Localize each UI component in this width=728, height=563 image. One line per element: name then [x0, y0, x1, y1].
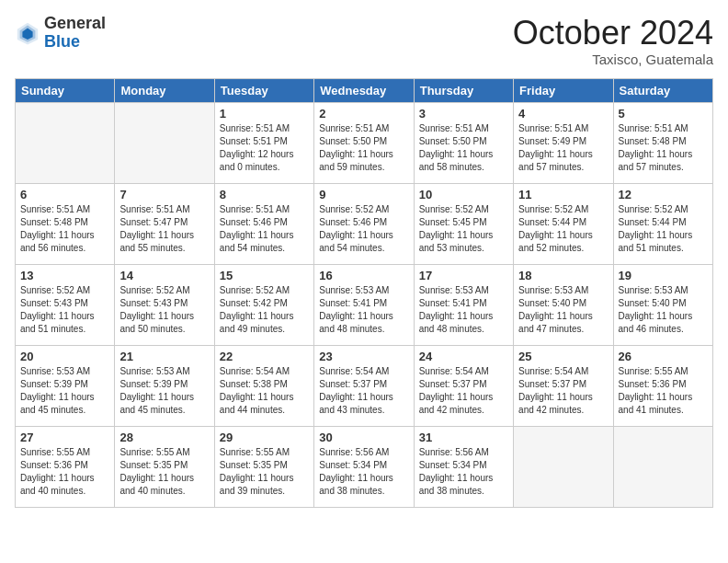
day-info: Sunrise: 5:52 AM Sunset: 5:44 PM Dayligh… [619, 203, 708, 255]
calendar-day-cell: 18Sunrise: 5:53 AM Sunset: 5:40 PM Dayli… [514, 264, 613, 345]
day-info: Sunrise: 5:51 AM Sunset: 5:50 PM Dayligh… [419, 122, 508, 174]
day-number: 28 [119, 431, 209, 444]
day-of-week-header: Thursday [414, 78, 513, 102]
day-info: Sunrise: 5:52 AM Sunset: 5:44 PM Dayligh… [518, 203, 608, 255]
logo-general: General [44, 15, 106, 33]
calendar-day-cell: 11Sunrise: 5:52 AM Sunset: 5:44 PM Dayli… [514, 183, 613, 264]
day-number: 10 [419, 188, 508, 201]
day-number: 25 [518, 350, 608, 363]
title-block: October 2024 Taxisco, Guatemala [513, 15, 713, 67]
calendar-week-row: 13Sunrise: 5:52 AM Sunset: 5:43 PM Dayli… [16, 264, 713, 345]
day-number: 9 [319, 188, 408, 201]
day-info: Sunrise: 5:53 AM Sunset: 5:41 PM Dayligh… [419, 284, 508, 336]
day-number: 12 [619, 188, 708, 201]
day-info: Sunrise: 5:51 AM Sunset: 5:51 PM Dayligh… [220, 122, 309, 174]
day-number: 2 [319, 107, 408, 121]
day-number: 16 [319, 269, 408, 282]
day-number: 3 [419, 107, 508, 121]
month-title: October 2024 [513, 15, 713, 52]
page-header: General Blue October 2024 Taxisco, Guate… [15, 15, 713, 67]
day-info: Sunrise: 5:54 AM Sunset: 5:37 PM Dayligh… [319, 365, 408, 417]
day-info: Sunrise: 5:51 AM Sunset: 5:48 PM Dayligh… [619, 122, 708, 174]
calendar-day-cell: 1Sunrise: 5:51 AM Sunset: 5:51 PM Daylig… [214, 102, 313, 183]
day-info: Sunrise: 5:51 AM Sunset: 5:48 PM Dayligh… [20, 203, 109, 255]
day-number: 18 [518, 269, 608, 282]
calendar-day-cell: 5Sunrise: 5:51 AM Sunset: 5:48 PM Daylig… [613, 102, 712, 183]
day-number: 20 [20, 350, 109, 363]
day-info: Sunrise: 5:53 AM Sunset: 5:40 PM Dayligh… [518, 284, 608, 336]
day-number: 8 [220, 188, 309, 201]
calendar-day-cell: 8Sunrise: 5:51 AM Sunset: 5:46 PM Daylig… [214, 183, 313, 264]
calendar-day-cell: 27Sunrise: 5:55 AM Sunset: 5:36 PM Dayli… [16, 426, 115, 507]
calendar-day-cell: 19Sunrise: 5:53 AM Sunset: 5:40 PM Dayli… [613, 264, 712, 345]
calendar-week-row: 1Sunrise: 5:51 AM Sunset: 5:51 PM Daylig… [16, 102, 713, 183]
calendar-day-cell: 13Sunrise: 5:52 AM Sunset: 5:43 PM Dayli… [16, 264, 115, 345]
calendar-day-cell: 31Sunrise: 5:56 AM Sunset: 5:34 PM Dayli… [414, 426, 513, 507]
day-info: Sunrise: 5:52 AM Sunset: 5:42 PM Dayligh… [220, 284, 309, 336]
day-of-week-header: Friday [514, 78, 613, 102]
calendar-day-cell [514, 426, 613, 507]
day-number: 7 [119, 188, 209, 201]
calendar-day-cell: 2Sunrise: 5:51 AM Sunset: 5:50 PM Daylig… [314, 102, 414, 183]
day-info: Sunrise: 5:54 AM Sunset: 5:38 PM Dayligh… [220, 365, 309, 417]
day-info: Sunrise: 5:53 AM Sunset: 5:41 PM Dayligh… [319, 284, 408, 336]
day-number: 22 [220, 350, 309, 363]
day-number: 17 [419, 269, 508, 282]
calendar-day-cell: 16Sunrise: 5:53 AM Sunset: 5:41 PM Dayli… [314, 264, 414, 345]
day-number: 29 [220, 431, 309, 444]
day-info: Sunrise: 5:52 AM Sunset: 5:43 PM Dayligh… [20, 284, 109, 336]
day-info: Sunrise: 5:55 AM Sunset: 5:36 PM Dayligh… [619, 365, 708, 417]
calendar-day-cell: 15Sunrise: 5:52 AM Sunset: 5:42 PM Dayli… [214, 264, 313, 345]
day-number: 1 [220, 107, 309, 121]
logo-text: General Blue [44, 15, 106, 52]
day-number: 24 [419, 350, 508, 363]
calendar-day-cell [613, 426, 712, 507]
logo-icon [15, 20, 40, 46]
calendar-day-cell: 9Sunrise: 5:52 AM Sunset: 5:46 PM Daylig… [314, 183, 414, 264]
day-number: 21 [119, 350, 209, 363]
calendar-day-cell: 25Sunrise: 5:54 AM Sunset: 5:37 PM Dayli… [514, 345, 613, 426]
day-info: Sunrise: 5:52 AM Sunset: 5:45 PM Dayligh… [419, 203, 508, 255]
day-info: Sunrise: 5:52 AM Sunset: 5:46 PM Dayligh… [319, 203, 408, 255]
calendar-day-cell: 22Sunrise: 5:54 AM Sunset: 5:38 PM Dayli… [214, 345, 313, 426]
calendar-day-cell [115, 102, 214, 183]
calendar-day-cell: 24Sunrise: 5:54 AM Sunset: 5:37 PM Dayli… [414, 345, 513, 426]
day-info: Sunrise: 5:53 AM Sunset: 5:39 PM Dayligh… [20, 365, 109, 417]
day-number: 27 [20, 431, 109, 444]
day-info: Sunrise: 5:55 AM Sunset: 5:35 PM Dayligh… [220, 446, 309, 498]
day-info: Sunrise: 5:56 AM Sunset: 5:34 PM Dayligh… [419, 446, 508, 498]
calendar-day-cell: 21Sunrise: 5:53 AM Sunset: 5:39 PM Dayli… [115, 345, 214, 426]
day-info: Sunrise: 5:51 AM Sunset: 5:50 PM Dayligh… [319, 122, 408, 174]
calendar-day-cell: 3Sunrise: 5:51 AM Sunset: 5:50 PM Daylig… [414, 102, 513, 183]
day-info: Sunrise: 5:51 AM Sunset: 5:47 PM Dayligh… [119, 203, 209, 255]
day-number: 5 [619, 107, 708, 121]
calendar-day-cell: 14Sunrise: 5:52 AM Sunset: 5:43 PM Dayli… [115, 264, 214, 345]
calendar-day-cell: 23Sunrise: 5:54 AM Sunset: 5:37 PM Dayli… [314, 345, 414, 426]
day-info: Sunrise: 5:53 AM Sunset: 5:40 PM Dayligh… [619, 284, 708, 336]
day-info: Sunrise: 5:52 AM Sunset: 5:43 PM Dayligh… [119, 284, 209, 336]
day-info: Sunrise: 5:54 AM Sunset: 5:37 PM Dayligh… [518, 365, 608, 417]
day-info: Sunrise: 5:53 AM Sunset: 5:39 PM Dayligh… [119, 365, 209, 417]
day-of-week-header: Sunday [16, 78, 115, 102]
day-number: 6 [20, 188, 109, 201]
day-number: 19 [619, 269, 708, 282]
day-of-week-header: Tuesday [214, 78, 313, 102]
day-info: Sunrise: 5:51 AM Sunset: 5:46 PM Dayligh… [220, 203, 309, 255]
day-number: 31 [419, 431, 508, 444]
day-info: Sunrise: 5:56 AM Sunset: 5:34 PM Dayligh… [319, 446, 408, 498]
day-number: 15 [220, 269, 309, 282]
day-number: 23 [319, 350, 408, 363]
calendar-day-cell: 12Sunrise: 5:52 AM Sunset: 5:44 PM Dayli… [613, 183, 712, 264]
day-number: 30 [319, 431, 408, 444]
calendar-day-cell: 29Sunrise: 5:55 AM Sunset: 5:35 PM Dayli… [214, 426, 313, 507]
day-number: 14 [119, 269, 209, 282]
calendar-week-row: 27Sunrise: 5:55 AM Sunset: 5:36 PM Dayli… [16, 426, 713, 507]
day-number: 13 [20, 269, 109, 282]
day-info: Sunrise: 5:54 AM Sunset: 5:37 PM Dayligh… [419, 365, 508, 417]
day-info: Sunrise: 5:55 AM Sunset: 5:36 PM Dayligh… [20, 446, 109, 498]
calendar-header-row: SundayMondayTuesdayWednesdayThursdayFrid… [16, 78, 713, 102]
day-info: Sunrise: 5:55 AM Sunset: 5:35 PM Dayligh… [119, 446, 209, 498]
calendar-day-cell: 26Sunrise: 5:55 AM Sunset: 5:36 PM Dayli… [613, 345, 712, 426]
calendar-day-cell: 30Sunrise: 5:56 AM Sunset: 5:34 PM Dayli… [314, 426, 414, 507]
logo-blue: Blue [44, 33, 106, 52]
